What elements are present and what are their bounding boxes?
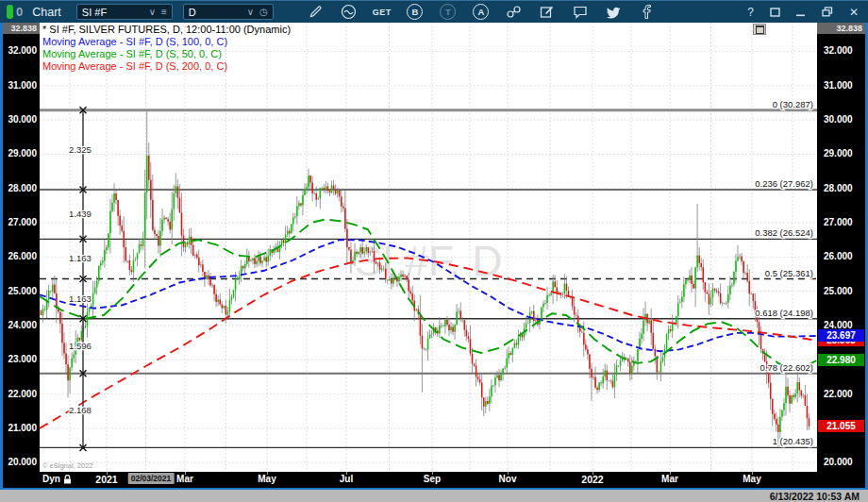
- circled-a-icon[interactable]: A: [473, 4, 490, 21]
- circled-t-icon[interactable]: T: [440, 4, 457, 21]
- price-tick-label: 26.000: [8, 251, 37, 262]
- svg-text:0.236 (27.962): 0.236 (27.962): [755, 178, 813, 189]
- price-tick-label: 32.000: [8, 45, 37, 57]
- time-tick-label: Sep: [424, 474, 441, 484]
- price-tick-label: 22.000: [8, 389, 37, 400]
- watermark-layer: SI #F, D© eSignal, 2022: [42, 238, 502, 470]
- time-tick-label: May: [258, 474, 275, 484]
- facebook-icon[interactable]: [638, 4, 655, 21]
- price-tick-label: 20.000: [824, 457, 853, 468]
- price-tick-label: 24.000: [8, 320, 37, 331]
- symbol-value[interactable]: SI #F: [82, 7, 143, 18]
- circled-b-icon[interactable]: B: [407, 4, 424, 21]
- dyn-mode-label[interactable]: Dyn: [42, 474, 72, 484]
- interval-input[interactable]: D ∨ ◷: [183, 4, 274, 20]
- twitter-icon[interactable]: [605, 4, 622, 21]
- close-button[interactable]: ✕: [849, 6, 859, 19]
- price-tick-label: 31.000: [824, 80, 853, 92]
- price-tick-label: 25.000: [8, 286, 37, 297]
- legend-item-ma-0: Moving Average - SI #F, D (S, 100, 0, C): [42, 36, 291, 48]
- wave-tool-icon[interactable]: [341, 4, 358, 21]
- price-tick-label: 21.000: [8, 423, 37, 434]
- window-title: Chart: [32, 6, 61, 19]
- svg-text:0.382 (26.524): 0.382 (26.524): [755, 227, 813, 238]
- time-axis[interactable]: Dyn 2021MarMayJulSepNov2022MarMay02/03/2…: [3, 472, 865, 488]
- price-tick-label: 29.000: [824, 148, 853, 159]
- chart-plot-area[interactable]: SI #F, D© eSignal, 20222.3251.4391.1631.…: [40, 23, 817, 472]
- left-price-scale[interactable]: 32.838 32.00031.00030.00029.00028.00027.…: [3, 23, 40, 472]
- svg-text:0.78 (22.602): 0.78 (22.602): [760, 362, 813, 373]
- connection-status-icon: [7, 5, 13, 19]
- price-tick-label: 31.000: [8, 80, 37, 92]
- price-tick-label: 20.000: [8, 457, 37, 468]
- price-tick-label: 25.000: [824, 286, 853, 297]
- price-tick-label: 32.000: [824, 45, 853, 57]
- maximize-button[interactable]: [770, 8, 780, 17]
- connection-count: 0: [16, 5, 23, 19]
- chart-legend: * SI #F, SILVER FUTURES, D, 12:00-11:00 …: [42, 24, 291, 73]
- price-tick-label: 30.000: [8, 114, 37, 126]
- chat-icon[interactable]: [572, 4, 589, 21]
- chart-frame: 32.838 32.00031.00030.00029.00028.00027.…: [0, 23, 868, 488]
- time-template-icon[interactable]: ◷: [259, 7, 268, 17]
- restore-button[interactable]: [822, 7, 833, 17]
- help-button[interactable]: ?: [747, 6, 754, 19]
- svg-text:1.596: 1.596: [69, 341, 92, 351]
- time-tick-label: Jul: [340, 474, 353, 484]
- svg-text:0.5 (25.361): 0.5 (25.361): [765, 268, 813, 278]
- chart-title: * SI #F, SILVER FUTURES, D, 12:00-11:00 …: [42, 24, 291, 36]
- time-tick-label: 2021: [95, 474, 117, 485]
- price-tick-label: 28.000: [8, 183, 37, 194]
- chevron-down-icon[interactable]: ∨: [247, 7, 254, 17]
- svg-text:1.439: 1.439: [69, 209, 92, 219]
- price-tick-label: 28.000: [824, 183, 853, 194]
- time-tick-label: 2022: [581, 474, 603, 485]
- scale-max-badge: 32.838: [3, 23, 40, 34]
- price-tick-label: 23.000: [8, 354, 37, 365]
- symbol-input[interactable]: SI #F ∨ ≡: [76, 4, 173, 20]
- price-badge: 22.980: [818, 354, 864, 366]
- fib-retracement-lines[interactable]: [40, 110, 817, 448]
- notes-compose-icon[interactable]: [539, 4, 556, 21]
- esignal-chart-window: 0 Chart SI #F ∨ ≡ D ∨ ◷ GET B T A: [0, 0, 868, 502]
- legend-item-ma-2: Moving Average - SI #F, D (S, 200, 0, C): [42, 60, 291, 73]
- fib-level-labels: 0 (30.287)0.236 (27.962)0.382 (26.524)0.…: [755, 99, 813, 447]
- price-tick-label: 22.000: [824, 389, 853, 400]
- time-tick-label: Mar: [176, 474, 193, 484]
- price-tick-label: 30.000: [824, 114, 853, 126]
- svg-text:0.618 (24.198): 0.618 (24.198): [755, 308, 813, 318]
- time-tick-label: Nov: [499, 474, 517, 484]
- status-timestamp: 6/13/2022 10:53 AM: [770, 491, 860, 502]
- status-bar: 6/13/2022 10:53 AM: [0, 488, 868, 502]
- svg-text:0 (30.287): 0 (30.287): [773, 99, 813, 109]
- svg-text:1 (20.435): 1 (20.435): [773, 436, 813, 446]
- chevron-down-icon[interactable]: ∨: [149, 7, 156, 17]
- draw-pencil-icon[interactable]: [308, 4, 325, 21]
- price-tick-label: 29.000: [8, 148, 37, 159]
- price-tick-label: 27.000: [824, 217, 853, 228]
- get-quotes-icon[interactable]: GET: [374, 4, 391, 21]
- lock-icon: [63, 475, 72, 484]
- legend-item-ma-1: Moving Average - SI #F, D (S, 50, 0, C): [42, 48, 291, 60]
- svg-text:1.163: 1.163: [69, 253, 92, 263]
- right-price-scale[interactable]: 32.838 32.00031.00030.00029.00028.00027.…: [817, 23, 865, 472]
- link-symbol-icon[interactable]: [506, 4, 523, 21]
- svg-text:2.168: 2.168: [69, 405, 92, 415]
- svg-text:1.163: 1.163: [69, 293, 92, 304]
- scale-max-badge: 32.838: [817, 23, 865, 34]
- price-tick-label: 27.000: [8, 217, 37, 228]
- minimize-button[interactable]: [796, 8, 806, 17]
- titlebar: 0 Chart SI #F ∨ ≡ D ∨ ◷ GET B T A: [0, 0, 868, 23]
- symbol-list-icon[interactable]: ≡: [161, 7, 167, 17]
- price-tick-label: 26.000: [824, 251, 853, 262]
- time-tick-label: Mar: [661, 474, 678, 484]
- price-badge: 21.055: [818, 420, 864, 432]
- window-controls: ? ✕: [747, 6, 868, 19]
- fib-anchor-date-badge: 02/03/2021: [128, 473, 175, 484]
- price-badge: 23.697: [818, 329, 864, 342]
- toolbar-icons: GET B T A: [308, 4, 655, 21]
- pane-restore-icon[interactable]: [753, 24, 766, 35]
- time-tick-label: May: [743, 474, 760, 484]
- svg-text:2.325: 2.325: [69, 144, 92, 155]
- interval-value[interactable]: D: [189, 7, 242, 18]
